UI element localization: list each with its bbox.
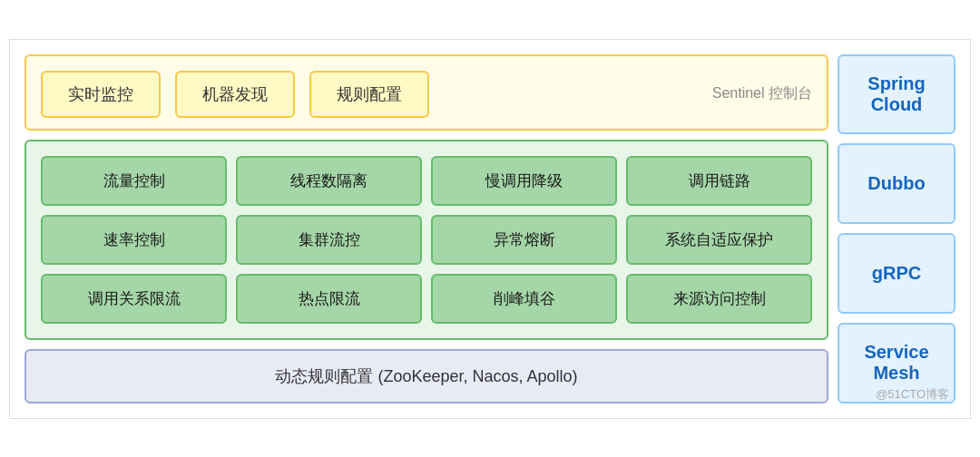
core-cell-1: 线程数隔离 [236,156,422,206]
core-cell-11: 来源访问控制 [626,274,812,324]
sentinel-box-rules: 规则配置 [309,71,429,118]
core-cell-0: 流量控制 [41,156,227,206]
dynamic-section: 动态规则配置 (ZooKeeper, Nacos, Apollo) [24,349,828,404]
watermark: @51CTO博客 [876,386,949,403]
core-cell-9: 热点限流 [236,274,422,324]
dynamic-label: 动态规则配置 (ZooKeeper, Nacos, Apollo) [275,367,577,385]
sentinel-section: 实时监控 机器发现 规则配置 Sentinel 控制台 [24,54,828,131]
core-grid: 流量控制 线程数隔离 慢调用降级 调用链路 速率控制 集群流控 异常熔断 系统自… [41,156,812,324]
sentinel-label: Sentinel 控制台 [712,84,812,103]
sentinel-box-machine: 机器发现 [175,71,295,118]
core-cell-2: 慢调用降级 [431,156,617,206]
integration-dubbo: Dubbo [838,143,956,224]
core-cell-7: 系统自适应保护 [626,215,812,265]
core-cell-5: 集群流控 [236,215,422,265]
sentinel-boxes: 实时监控 机器发现 规则配置 [41,71,429,118]
core-cell-6: 异常熔断 [431,215,617,265]
integration-grpc: gRPC [838,233,956,314]
core-section: 流量控制 线程数隔离 慢调用降级 调用链路 速率控制 集群流控 异常熔断 系统自… [24,140,828,340]
left-panel: 实时监控 机器发现 规则配置 Sentinel 控制台 流量控制 [24,54,828,404]
sentinel-row: 实时监控 机器发现 规则配置 Sentinel 控制台 [41,71,812,118]
core-cell-4: 速率控制 [41,215,227,265]
core-cell-8: 调用关系限流 [41,274,227,324]
diagram-wrapper: 实时监控 机器发现 规则配置 Sentinel 控制台 流量控制 [9,39,971,419]
right-panel: Spring Cloud Dubbo gRPC Service Mesh [838,54,956,404]
sentinel-box-realtime: 实时监控 [41,71,161,118]
diagram-container: 实时监控 机器发现 规则配置 Sentinel 控制台 流量控制 [9,39,971,419]
integration-spring-cloud: Spring Cloud [838,54,956,135]
core-cell-10: 削峰填谷 [431,274,617,324]
core-cell-3: 调用链路 [626,156,812,206]
